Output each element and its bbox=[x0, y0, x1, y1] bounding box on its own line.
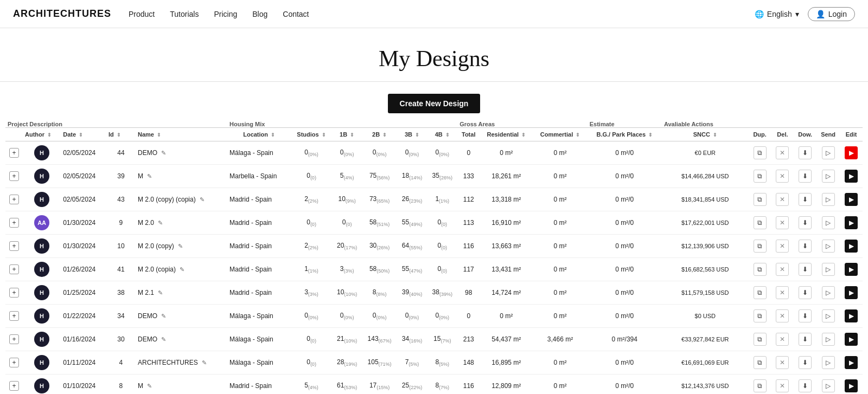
delete-button[interactable]: ✕ bbox=[776, 333, 789, 346]
expand-button[interactable]: + bbox=[9, 264, 19, 274]
nav-blog[interactable]: Blog bbox=[252, 10, 267, 18]
play-button[interactable]: ▶ bbox=[845, 286, 858, 299]
col-1b[interactable]: 1B ⇕ bbox=[332, 128, 362, 141]
send-button[interactable]: ▷ bbox=[822, 286, 835, 299]
col-studios[interactable]: Studios ⇕ bbox=[291, 128, 332, 141]
download-button[interactable]: ⬇ bbox=[799, 356, 812, 369]
duplicate-button[interactable]: ⧉ bbox=[754, 333, 767, 346]
download-button[interactable]: ⬇ bbox=[799, 240, 812, 253]
play-button[interactable]: ▶ bbox=[845, 309, 858, 322]
expand-button[interactable]: + bbox=[9, 358, 19, 367]
nav-product[interactable]: Product bbox=[129, 10, 155, 18]
send-button[interactable]: ▷ bbox=[822, 309, 835, 322]
expand-button[interactable]: + bbox=[9, 334, 19, 344]
delete-button[interactable]: ✕ bbox=[776, 146, 789, 159]
download-button[interactable]: ⬇ bbox=[799, 193, 812, 206]
play-button[interactable]: ▶ bbox=[845, 379, 858, 392]
duplicate-button[interactable]: ⧉ bbox=[754, 309, 767, 322]
duplicate-button[interactable]: ⧉ bbox=[754, 193, 767, 206]
edit-pencil-icon[interactable]: ✎ bbox=[200, 196, 205, 203]
download-button[interactable]: ⬇ bbox=[799, 309, 812, 322]
download-button[interactable]: ⬇ bbox=[799, 216, 812, 229]
language-button[interactable]: 🌐 English ▾ bbox=[755, 10, 799, 18]
play-button[interactable]: ▶ bbox=[845, 216, 858, 229]
delete-button[interactable]: ✕ bbox=[776, 263, 789, 276]
download-button[interactable]: ⬇ bbox=[799, 263, 812, 276]
duplicate-button[interactable]: ⧉ bbox=[754, 286, 767, 299]
create-new-design-button[interactable]: Create New Design bbox=[388, 94, 481, 113]
delete-button[interactable]: ✕ bbox=[776, 240, 789, 253]
edit-pencil-icon[interactable]: ✎ bbox=[147, 383, 152, 389]
download-button[interactable]: ⬇ bbox=[799, 333, 812, 346]
duplicate-button[interactable]: ⧉ bbox=[754, 356, 767, 369]
edit-pencil-icon[interactable]: ✎ bbox=[180, 266, 184, 273]
send-button[interactable]: ▷ bbox=[822, 356, 835, 369]
delete-button[interactable]: ✕ bbox=[776, 309, 789, 322]
send-button[interactable]: ▷ bbox=[822, 170, 835, 183]
expand-button[interactable]: + bbox=[9, 195, 19, 204]
delete-button[interactable]: ✕ bbox=[776, 286, 789, 299]
edit-pencil-icon[interactable]: ✎ bbox=[178, 243, 183, 249]
download-button[interactable]: ⬇ bbox=[799, 379, 812, 392]
col-name[interactable]: Name ⇕ bbox=[136, 128, 227, 141]
expand-button[interactable]: + bbox=[9, 241, 19, 251]
delete-button[interactable]: ✕ bbox=[776, 216, 789, 229]
expand-button[interactable]: + bbox=[9, 148, 19, 158]
col-location[interactable]: Location ⇕ bbox=[227, 128, 291, 141]
expand-button[interactable]: + bbox=[9, 218, 19, 228]
play-button[interactable]: ▶ bbox=[845, 240, 858, 253]
delete-button[interactable]: ✕ bbox=[776, 170, 789, 183]
send-button[interactable]: ▷ bbox=[822, 216, 835, 229]
edit-pencil-icon[interactable]: ✎ bbox=[158, 219, 163, 226]
duplicate-button[interactable]: ⧉ bbox=[754, 216, 767, 229]
nav-contact[interactable]: Contact bbox=[283, 10, 309, 18]
play-button[interactable]: ▶ bbox=[845, 193, 858, 206]
col-sncc[interactable]: SNCC ⇕ bbox=[662, 128, 749, 141]
nav-pricing[interactable]: Pricing bbox=[214, 10, 237, 18]
duplicate-button[interactable]: ⧉ bbox=[754, 146, 767, 159]
nav-tutorials[interactable]: Tutorials bbox=[170, 10, 199, 18]
download-button[interactable]: ⬇ bbox=[799, 286, 812, 299]
col-2b[interactable]: 2B ⇕ bbox=[362, 128, 397, 141]
col-bgpark[interactable]: B.G./ Park Places ⇕ bbox=[588, 128, 662, 141]
table-row: + H 01/25/2024 38 M 2.1 ✎ Madrid - Spain… bbox=[5, 281, 863, 305]
col-residential[interactable]: Residential ⇕ bbox=[480, 128, 533, 141]
expand-button[interactable]: + bbox=[9, 311, 19, 321]
expand-button[interactable]: + bbox=[9, 171, 19, 181]
send-button[interactable]: ▷ bbox=[822, 379, 835, 392]
expand-button[interactable]: + bbox=[9, 381, 19, 391]
col-4b[interactable]: 4B ⇕ bbox=[427, 128, 457, 141]
send-button[interactable]: ▷ bbox=[822, 240, 835, 253]
send-button[interactable]: ▷ bbox=[822, 146, 835, 159]
col-date[interactable]: Date ⇕ bbox=[61, 128, 106, 141]
play-button[interactable]: ▶ bbox=[845, 356, 858, 369]
col-id[interactable]: Id ⇕ bbox=[106, 128, 136, 141]
download-button[interactable]: ⬇ bbox=[799, 170, 812, 183]
expand-button[interactable]: + bbox=[9, 288, 19, 298]
play-button[interactable]: ▶ bbox=[845, 170, 858, 183]
edit-pencil-icon[interactable]: ✎ bbox=[161, 150, 166, 156]
delete-button[interactable]: ✕ bbox=[776, 193, 789, 206]
duplicate-button[interactable]: ⧉ bbox=[754, 379, 767, 392]
play-button[interactable]: ▶ bbox=[845, 333, 858, 346]
duplicate-button[interactable]: ⧉ bbox=[754, 170, 767, 183]
duplicate-button[interactable]: ⧉ bbox=[754, 263, 767, 276]
edit-pencil-icon[interactable]: ✎ bbox=[147, 173, 152, 179]
col-commercial[interactable]: Commertial ⇕ bbox=[533, 128, 587, 141]
send-button[interactable]: ▷ bbox=[822, 193, 835, 206]
edit-pencil-icon[interactable]: ✎ bbox=[202, 359, 207, 366]
edit-pencil-icon[interactable]: ✎ bbox=[161, 336, 166, 343]
duplicate-button[interactable]: ⧉ bbox=[754, 240, 767, 253]
edit-pencil-icon[interactable]: ✎ bbox=[161, 313, 166, 319]
delete-button[interactable]: ✕ bbox=[776, 356, 789, 369]
col-author[interactable]: Author ⇕ bbox=[23, 128, 61, 141]
delete-button[interactable]: ✕ bbox=[776, 379, 789, 392]
send-button[interactable]: ▷ bbox=[822, 333, 835, 346]
play-button[interactable]: ▶ bbox=[845, 263, 858, 276]
download-button[interactable]: ⬇ bbox=[799, 146, 812, 159]
send-button[interactable]: ▷ bbox=[822, 263, 835, 276]
play-button[interactable]: ▶ bbox=[845, 146, 858, 159]
edit-pencil-icon[interactable]: ✎ bbox=[158, 289, 163, 296]
login-button[interactable]: 👤 Login bbox=[808, 7, 855, 21]
col-3b[interactable]: 3B ⇕ bbox=[397, 128, 427, 141]
